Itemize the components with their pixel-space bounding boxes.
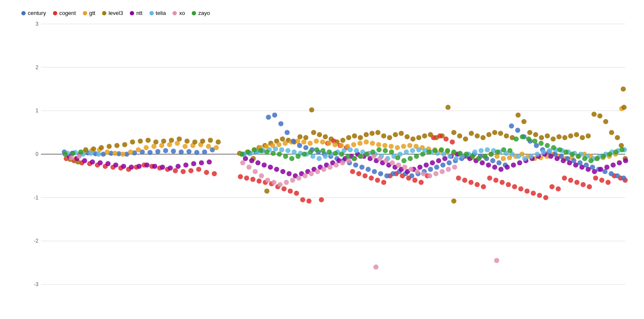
dot-century: [194, 150, 199, 155]
chart-container: centurycogentgttlevel3nttteliaxozayo 321…: [0, 0, 644, 319]
dot-gtt: [501, 156, 506, 161]
dot-cogent: [537, 193, 542, 198]
dot-level3: [533, 132, 538, 137]
dot-zayo: [570, 152, 575, 157]
dot-cogent: [543, 195, 548, 200]
dot-zayo: [420, 152, 425, 157]
dot-ntt: [274, 167, 279, 172]
dot-century: [155, 149, 161, 154]
dot-zayo: [563, 149, 568, 155]
dot-telia: [316, 156, 322, 161]
dot-zayo: [433, 148, 438, 153]
dot-cogent: [413, 178, 418, 183]
dot-ntt: [287, 171, 292, 176]
dot-zayo: [514, 136, 519, 141]
dot-zayo: [289, 156, 294, 161]
dot-cogent: [531, 191, 536, 196]
dot-ntt: [611, 162, 616, 167]
dot-ntt: [191, 161, 196, 166]
dot-zayo: [314, 147, 319, 152]
dot-cogent: [524, 188, 530, 193]
dot-gtt: [495, 154, 500, 159]
dot-xo: [340, 160, 345, 165]
dot-cogent: [593, 176, 598, 181]
dot-zayo: [470, 154, 475, 159]
dot-ntt: [592, 169, 597, 174]
dot-ntt: [249, 158, 254, 163]
dot-telia: [454, 156, 459, 161]
dot-level3: [556, 134, 562, 139]
dot-level3: [352, 133, 357, 138]
dot-xo: [246, 165, 252, 170]
dot-ntt: [567, 160, 572, 165]
dot-ntt: [442, 156, 448, 161]
dot-century: [428, 167, 433, 172]
dot-ntt: [82, 158, 87, 163]
dot-century: [291, 139, 296, 144]
dot-level3: [463, 136, 468, 141]
dot-ntt: [498, 167, 503, 172]
svg-text:2: 2: [35, 64, 38, 70]
dot-gtt: [382, 143, 387, 148]
dot-telia: [323, 154, 328, 159]
dot-gtt: [206, 144, 211, 149]
dot-ntt: [105, 161, 111, 166]
dot-level3: [451, 199, 457, 204]
dot-level3: [615, 135, 620, 140]
dot-xo: [271, 180, 276, 185]
dot-level3: [393, 132, 398, 137]
dot-zayo: [377, 147, 382, 152]
dot-cogent: [381, 180, 386, 185]
dot-ntt: [129, 165, 134, 170]
dot-ntt: [176, 164, 181, 169]
dot-xo: [446, 167, 451, 172]
dot-xo: [415, 169, 420, 174]
dot-level3: [280, 136, 285, 141]
dot-cogent: [481, 184, 486, 189]
dot-xo: [402, 165, 407, 170]
svg-text:-3: -3: [34, 281, 38, 287]
dot-telia: [279, 147, 284, 152]
legend-label-century: century: [28, 10, 46, 16]
dot-gtt: [105, 149, 110, 155]
dot-xo: [408, 167, 413, 172]
dot-level3: [161, 139, 166, 144]
legend-dot-level3: [102, 11, 106, 15]
dot-xo: [396, 162, 401, 167]
dot-zayo: [483, 154, 488, 159]
dot-zayo: [246, 149, 251, 155]
dot-level3: [309, 107, 314, 112]
dot-century: [297, 143, 302, 148]
dot-xo: [284, 180, 289, 185]
dot-zayo: [526, 136, 531, 141]
dot-level3: [311, 130, 316, 135]
dot-level3: [515, 113, 521, 118]
dot-level3: [91, 146, 96, 152]
dot-telia: [416, 147, 422, 152]
dot-level3: [208, 138, 213, 143]
dot-ntt: [90, 159, 95, 164]
dot-ntt: [492, 165, 497, 170]
dot-cogent: [462, 178, 467, 183]
dot-century: [266, 115, 271, 120]
dot-xo: [371, 154, 376, 159]
dot-ntt: [554, 156, 559, 161]
dot-zayo: [408, 156, 413, 161]
dot-zayo: [414, 154, 419, 159]
legend-item-zayo: zayo: [192, 10, 210, 16]
dot-zayo: [308, 149, 313, 155]
dot-xo: [302, 173, 307, 179]
dot-telia: [479, 148, 484, 153]
dot-zayo: [601, 154, 606, 159]
dot-level3: [297, 134, 302, 139]
dot-ntt: [617, 160, 622, 165]
dot-century: [378, 171, 383, 176]
dot-cogent: [300, 197, 305, 202]
dot-level3: [550, 136, 556, 141]
dot-century: [171, 149, 176, 154]
dot-level3: [138, 139, 143, 144]
dot-cogent: [562, 176, 567, 181]
dot-ntt: [505, 165, 510, 170]
dot-zayo: [395, 155, 400, 160]
dot-gtt: [364, 140, 369, 145]
